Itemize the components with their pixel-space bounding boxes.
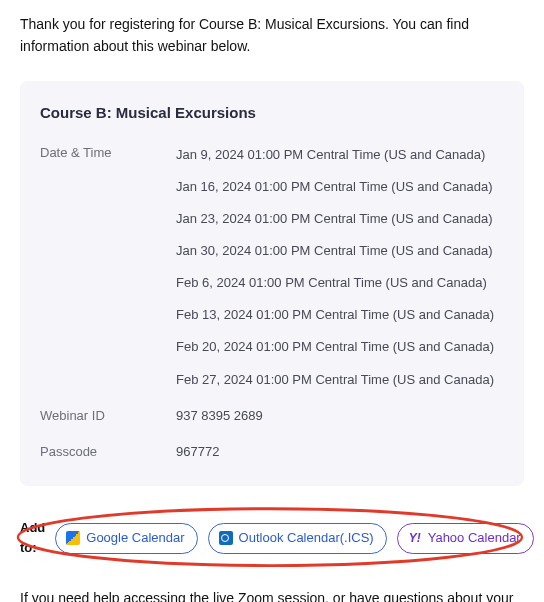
course-title: Course B: Musical Excursions xyxy=(40,101,504,124)
yahoo-calendar-button[interactable]: Y! Yahoo Calendar xyxy=(397,523,534,554)
google-calendar-btn-label: Google Calendar xyxy=(86,528,184,548)
passcode-label: Passcode xyxy=(40,440,176,462)
add-to-label: Add to: xyxy=(20,518,45,558)
yahoo-calendar-icon: Y! xyxy=(408,531,422,545)
google-calendar-button[interactable]: Google Calendar xyxy=(55,523,197,554)
webinar-id-row: Webinar ID 937 8395 2689 xyxy=(40,404,504,434)
intro-text: Thank you for registering for Course B: … xyxy=(20,14,524,57)
date-time-row: Date & Time Jan 9, 2024 01:00 PM Central… xyxy=(40,141,504,398)
date-line: Jan 16, 2024 01:00 PM Central Time (US a… xyxy=(176,173,504,205)
yahoo-calendar-btn-label: Yahoo Calendar xyxy=(428,528,521,548)
outlook-calendar-icon xyxy=(219,531,233,545)
outlook-calendar-btn-label: Outlook Calendar(.ICS) xyxy=(239,528,374,548)
date-line: Feb 6, 2024 01:00 PM Central Time (US an… xyxy=(176,269,504,301)
date-line: Feb 27, 2024 01:00 PM Central Time (US a… xyxy=(176,366,504,398)
date-line: Jan 9, 2024 01:00 PM Central Time (US an… xyxy=(176,141,504,173)
outlook-calendar-button[interactable]: Outlook Calendar(.ICS) xyxy=(208,523,387,554)
help-text: If you need help accessing the live Zoom… xyxy=(20,588,524,602)
add-to-section: Add to: Google Calendar Outlook Calendar… xyxy=(20,508,524,568)
date-list: Jan 9, 2024 01:00 PM Central Time (US an… xyxy=(176,141,504,398)
date-line: Feb 20, 2024 01:00 PM Central Time (US a… xyxy=(176,333,504,365)
webinar-info-card: Course B: Musical Excursions Date & Time… xyxy=(20,81,524,486)
date-line: Feb 13, 2024 01:00 PM Central Time (US a… xyxy=(176,301,504,333)
date-line: Jan 30, 2024 01:00 PM Central Time (US a… xyxy=(176,237,504,269)
passcode-value: 967772 xyxy=(176,440,504,470)
passcode-row: Passcode 967772 xyxy=(40,440,504,470)
webinar-id-value: 937 8395 2689 xyxy=(176,404,504,434)
google-calendar-icon xyxy=(66,531,80,545)
webinar-id-label: Webinar ID xyxy=(40,404,176,426)
date-time-label: Date & Time xyxy=(40,141,176,163)
date-line: Jan 23, 2024 01:00 PM Central Time (US a… xyxy=(176,205,504,237)
